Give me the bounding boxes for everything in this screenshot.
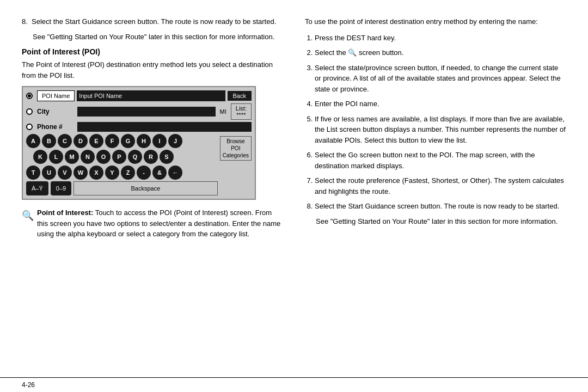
right-step-3: Select the state/province screen button,… (315, 63, 566, 95)
phone-row: Phone # (26, 122, 252, 132)
backspace-button[interactable]: Backspace (74, 181, 217, 195)
right-step-2: Select the 🔍 screen button. (315, 47, 566, 58)
poi-note-bold: Point of Interest: (37, 209, 93, 217)
key-row-3: T U V W X Y Z - & ← (26, 166, 218, 180)
step-8-note: See "Getting Started on Your Route" late… (33, 32, 283, 42)
key-D[interactable]: D (74, 134, 88, 148)
phone-radio[interactable] (26, 124, 33, 130)
phone-input[interactable] (77, 122, 252, 132)
key-numeric[interactable]: 0–9 (51, 181, 71, 195)
key-I[interactable]: I (152, 134, 167, 148)
key-P[interactable]: P (112, 150, 126, 164)
key-row-1: A B C D E F G H I J (26, 134, 218, 148)
poi-name-input[interactable]: Input POI Name (77, 90, 225, 101)
key-G[interactable]: G (121, 134, 135, 148)
page-footer: 4-26 (0, 377, 588, 392)
key-row-2: K L M N O P Q R S (26, 150, 218, 164)
phone-label: Phone # (37, 123, 75, 131)
key-V[interactable]: V (58, 166, 72, 180)
key-F[interactable]: F (105, 134, 119, 148)
key-L[interactable]: L (49, 150, 63, 164)
key-A[interactable]: A (26, 134, 40, 148)
key-H[interactable]: H (137, 134, 151, 148)
poi-note: 🔍 Point of Interest: Touch to access the… (22, 207, 283, 240)
key-Y[interactable]: Y (105, 166, 119, 180)
key-B[interactable]: B (42, 134, 56, 148)
poi-note-icon: 🔍 (22, 209, 34, 223)
right-step-5: If five or less names are available, a l… (315, 114, 566, 146)
key-T[interactable]: T (26, 166, 40, 180)
section-title: Point of Interest (POI) (22, 47, 283, 56)
key-X[interactable]: X (89, 166, 103, 180)
left-column: 8. Select the Start Guidance screen butt… (22, 16, 283, 366)
keyboard-right-buttons: BrowsePOICategories (220, 134, 252, 195)
key-ampersand[interactable]: & (152, 166, 167, 180)
section-intro: The Point of Interest (POI) destination … (22, 59, 283, 81)
poi-name-tab[interactable]: POI Name (37, 90, 75, 101)
key-W[interactable]: W (74, 166, 88, 180)
key-accented[interactable]: À–Ÿ (26, 181, 48, 195)
key-N[interactable]: N (81, 150, 95, 164)
page-number: 4-26 (22, 381, 35, 389)
poi-tab-row: POI Name Input POI Name Back (26, 90, 252, 101)
key-J[interactable]: J (168, 134, 182, 148)
key-dash[interactable]: - (137, 166, 151, 180)
key-E[interactable]: E (89, 134, 103, 148)
right-column: To use the point of interest destination… (305, 16, 566, 366)
city-label: City (37, 108, 75, 115)
list-button[interactable]: List: **** (231, 103, 252, 120)
list-label: List: (236, 105, 247, 112)
back-button[interactable]: Back (228, 91, 252, 101)
key-M[interactable]: M (65, 150, 79, 164)
key-U[interactable]: U (42, 166, 56, 180)
page-content: 8. Select the Start Guidance screen butt… (0, 0, 588, 377)
key-S[interactable]: S (160, 150, 174, 164)
key-O[interactable]: O (96, 150, 111, 164)
city-radio[interactable] (26, 108, 33, 115)
right-step-6: Select the Go screen button next to the … (315, 150, 566, 171)
key-bottom-row: À–Ÿ 0–9 Backspace (26, 181, 218, 195)
key-backspace-arrow[interactable]: ← (168, 166, 182, 180)
poi-name-radio[interactable] (26, 93, 33, 99)
key-C[interactable]: C (58, 134, 72, 148)
list-stars: **** (236, 112, 246, 118)
city-mi: MI (218, 108, 229, 115)
poi-note-text: Point of Interest: Touch to access the P… (37, 207, 283, 240)
right-step-8: Select the Start Guidance screen button.… (315, 201, 566, 212)
right-step-1: Press the DEST hard key. (315, 33, 566, 44)
right-step-7: Select the route preference (Fastest, Sh… (315, 175, 566, 197)
browse-poi-button[interactable]: BrowsePOICategories (220, 136, 252, 161)
step-8: 8. Select the Start Guidance screen butt… (22, 16, 283, 27)
key-R[interactable]: R (144, 150, 158, 164)
poi-keyboard-ui: POI Name Input POI Name Back City MI Lis… (22, 86, 256, 200)
key-Z[interactable]: Z (121, 166, 135, 180)
key-Q[interactable]: Q (128, 150, 142, 164)
city-input[interactable] (77, 107, 216, 117)
key-K[interactable]: K (33, 150, 47, 164)
city-row: City MI List: **** (26, 103, 252, 120)
right-intro: To use the point of interest destination… (305, 16, 566, 27)
right-steps-list: Press the DEST hard key. Select the 🔍 sc… (305, 33, 566, 212)
keyboard-main: A B C D E F G H I J K L (26, 134, 218, 195)
keyboard-section: A B C D E F G H I J K L (26, 134, 252, 195)
right-step-note: See "Getting Started on Your Route" late… (316, 216, 566, 227)
right-step-4: Enter the POI name. (315, 99, 566, 109)
